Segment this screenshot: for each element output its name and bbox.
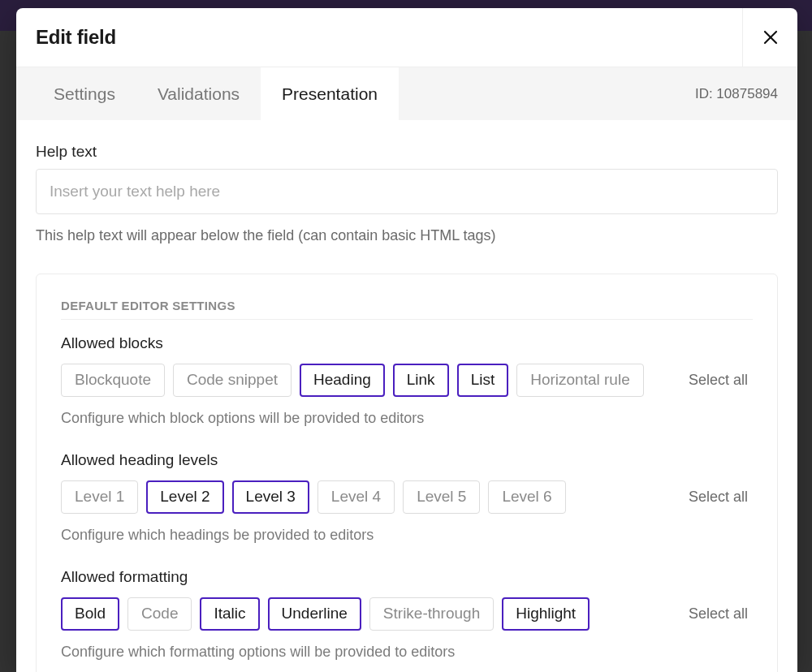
chip-underline[interactable]: Underline (268, 597, 361, 631)
chip-level-6[interactable]: Level 6 (488, 480, 565, 514)
group-label-headings: Allowed heading levels (61, 451, 753, 469)
group-hint-formatting: Configure which formatting options will … (61, 644, 753, 661)
chips-headings: Level 1 Level 2 Level 3 Level 4 Level 5 … (61, 480, 566, 514)
tab-validations[interactable]: Validations (136, 67, 261, 120)
panel-title: DEFAULT EDITOR SETTINGS (61, 299, 753, 312)
select-all-headings[interactable]: Select all (684, 488, 753, 506)
chip-heading[interactable]: Heading (300, 364, 385, 397)
edit-field-modal: Edit field Settings Validations Presenta… (16, 8, 797, 672)
chip-horizontal-rule[interactable]: Horizontal rule (516, 364, 644, 397)
chips-formatting: Bold Code Italic Underline Strike-throug… (61, 597, 590, 631)
panel-divider (61, 319, 753, 320)
select-all-blocks[interactable]: Select all (684, 371, 753, 390)
chip-code[interactable]: Code (127, 597, 192, 631)
group-allowed-blocks: Allowed blocks Blockquote Code snippet H… (61, 334, 753, 427)
chip-level-5[interactable]: Level 5 (403, 480, 480, 514)
chip-level-4[interactable]: Level 4 (317, 480, 395, 514)
chip-level-3[interactable]: Level 3 (232, 480, 309, 514)
chips-blocks: Blockquote Code snippet Heading Link Lis… (61, 364, 644, 397)
group-label-formatting: Allowed formatting (61, 568, 753, 586)
close-icon (762, 29, 779, 45)
select-all-formatting[interactable]: Select all (684, 605, 753, 623)
tab-presentation[interactable]: Presentation (261, 67, 399, 120)
chip-link[interactable]: Link (393, 364, 449, 397)
group-allowed-headings: Allowed heading levels Level 1 Level 2 L… (61, 451, 753, 544)
tab-settings[interactable]: Settings (32, 67, 136, 120)
help-text-hint: This help text will appear below the fie… (36, 226, 778, 246)
group-label-blocks: Allowed blocks (61, 334, 753, 352)
field-id: ID: 10875894 (695, 67, 778, 120)
help-text-input[interactable] (36, 169, 778, 214)
chip-bold[interactable]: Bold (61, 597, 119, 631)
group-allowed-formatting: Allowed formatting Bold Code Italic Unde… (61, 568, 753, 661)
chip-blockquote[interactable]: Blockquote (61, 364, 165, 397)
modal-tabbar: Settings Validations Presentation ID: 10… (16, 67, 797, 120)
chip-code-snippet[interactable]: Code snippet (173, 364, 292, 397)
help-text-label: Help text (36, 143, 778, 161)
group-hint-headings: Configure which headings be provided to … (61, 527, 753, 544)
chip-list[interactable]: List (457, 364, 509, 397)
close-button[interactable] (742, 8, 797, 67)
chip-highlight[interactable]: Highlight (502, 597, 590, 631)
default-editor-settings-panel: DEFAULT EDITOR SETTINGS Allowed blocks B… (36, 274, 778, 672)
modal-header: Edit field (16, 8, 797, 67)
chip-italic[interactable]: Italic (200, 597, 259, 631)
modal-title: Edit field (36, 26, 116, 49)
chip-strike-through[interactable]: Strike-through (369, 597, 494, 631)
modal-content: Help text This help text will appear bel… (16, 120, 797, 672)
chip-level-1[interactable]: Level 1 (61, 480, 138, 514)
chip-level-2[interactable]: Level 2 (146, 480, 223, 514)
group-hint-blocks: Configure which block options will be pr… (61, 410, 753, 427)
